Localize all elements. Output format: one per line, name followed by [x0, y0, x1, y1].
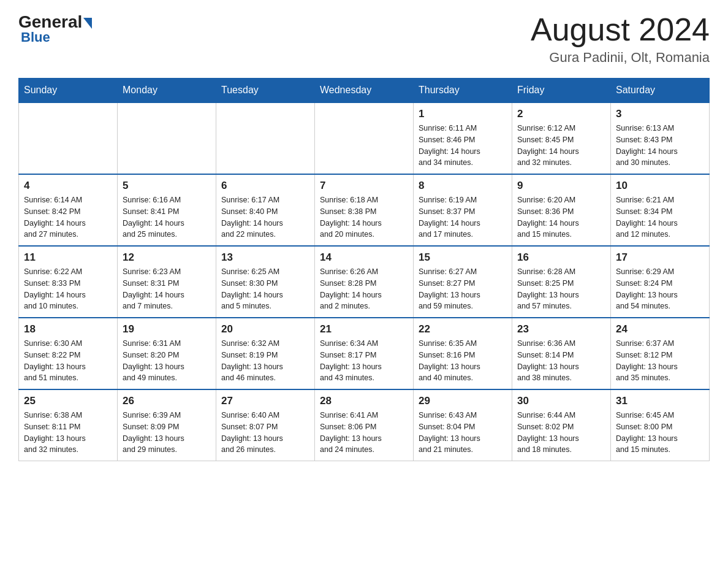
- weekday-header-thursday: Thursday: [414, 79, 512, 103]
- calendar-cell: 20Sunrise: 6:32 AM Sunset: 8:19 PM Dayli…: [216, 318, 315, 389]
- day-info: Sunrise: 6:29 AM Sunset: 8:24 PM Dayligh…: [616, 266, 704, 312]
- logo-blue-text: Blue: [21, 29, 50, 45]
- day-info: Sunrise: 6:41 AM Sunset: 8:06 PM Dayligh…: [320, 410, 408, 456]
- day-number: 30: [517, 395, 605, 407]
- day-info: Sunrise: 6:37 AM Sunset: 8:12 PM Dayligh…: [616, 338, 704, 384]
- calendar-cell: 24Sunrise: 6:37 AM Sunset: 8:12 PM Dayli…: [611, 318, 710, 389]
- calendar-week-row: 1Sunrise: 6:11 AM Sunset: 8:46 PM Daylig…: [19, 102, 710, 174]
- day-number: 15: [419, 251, 507, 264]
- calendar-cell: 17Sunrise: 6:29 AM Sunset: 8:24 PM Dayli…: [611, 246, 710, 318]
- calendar-week-row: 4Sunrise: 6:14 AM Sunset: 8:42 PM Daylig…: [19, 174, 710, 246]
- day-info: Sunrise: 6:20 AM Sunset: 8:36 PM Dayligh…: [517, 194, 605, 240]
- day-info: Sunrise: 6:45 AM Sunset: 8:00 PM Dayligh…: [616, 410, 704, 456]
- day-info: Sunrise: 6:40 AM Sunset: 8:07 PM Dayligh…: [221, 410, 309, 456]
- day-info: Sunrise: 6:19 AM Sunset: 8:37 PM Dayligh…: [419, 194, 507, 240]
- calendar-cell: [315, 102, 414, 174]
- calendar-cell: 22Sunrise: 6:35 AM Sunset: 8:16 PM Dayli…: [414, 318, 512, 389]
- calendar-cell: 14Sunrise: 6:26 AM Sunset: 8:28 PM Dayli…: [315, 246, 414, 318]
- day-number: 17: [616, 251, 704, 264]
- weekday-header-tuesday: Tuesday: [216, 79, 315, 103]
- calendar-cell: 15Sunrise: 6:27 AM Sunset: 8:27 PM Dayli…: [414, 246, 512, 318]
- day-number: 18: [24, 323, 112, 335]
- day-info: Sunrise: 6:16 AM Sunset: 8:41 PM Dayligh…: [123, 194, 211, 240]
- day-number: 2: [517, 108, 605, 120]
- calendar-cell: 1Sunrise: 6:11 AM Sunset: 8:46 PM Daylig…: [414, 102, 512, 174]
- day-info: Sunrise: 6:18 AM Sunset: 8:38 PM Dayligh…: [320, 194, 408, 240]
- calendar-week-row: 25Sunrise: 6:38 AM Sunset: 8:11 PM Dayli…: [19, 389, 710, 461]
- calendar-cell: 9Sunrise: 6:20 AM Sunset: 8:36 PM Daylig…: [512, 174, 611, 246]
- day-number: 14: [320, 251, 408, 264]
- day-info: Sunrise: 6:31 AM Sunset: 8:20 PM Dayligh…: [123, 338, 211, 384]
- calendar-cell: 6Sunrise: 6:17 AM Sunset: 8:40 PM Daylig…: [216, 174, 315, 246]
- calendar-cell: 31Sunrise: 6:45 AM Sunset: 8:00 PM Dayli…: [611, 389, 710, 461]
- day-number: 16: [517, 251, 605, 264]
- day-number: 5: [123, 180, 211, 192]
- day-number: 8: [419, 180, 507, 192]
- calendar-week-row: 11Sunrise: 6:22 AM Sunset: 8:33 PM Dayli…: [19, 246, 710, 318]
- day-number: 13: [221, 251, 309, 264]
- day-info: Sunrise: 6:26 AM Sunset: 8:28 PM Dayligh…: [320, 266, 408, 312]
- calendar-cell: 11Sunrise: 6:22 AM Sunset: 8:33 PM Dayli…: [19, 246, 118, 318]
- day-info: Sunrise: 6:32 AM Sunset: 8:19 PM Dayligh…: [221, 338, 309, 384]
- day-number: 20: [221, 323, 309, 335]
- title-section: August 2024 Gura Padinii, Olt, Romania: [531, 12, 710, 66]
- day-number: 29: [419, 395, 507, 407]
- month-year-title: August 2024: [531, 12, 710, 47]
- weekday-header-sunday: Sunday: [19, 79, 118, 103]
- calendar-cell: 21Sunrise: 6:34 AM Sunset: 8:17 PM Dayli…: [315, 318, 414, 389]
- calendar-cell: 30Sunrise: 6:44 AM Sunset: 8:02 PM Dayli…: [512, 389, 611, 461]
- day-info: Sunrise: 6:39 AM Sunset: 8:09 PM Dayligh…: [123, 410, 211, 456]
- day-number: 28: [320, 395, 408, 407]
- logo: General Blue: [18, 12, 92, 45]
- weekday-header-monday: Monday: [118, 79, 216, 103]
- day-number: 27: [221, 395, 309, 407]
- day-number: 6: [221, 180, 309, 192]
- day-info: Sunrise: 6:25 AM Sunset: 8:30 PM Dayligh…: [221, 266, 309, 312]
- calendar-cell: 5Sunrise: 6:16 AM Sunset: 8:41 PM Daylig…: [118, 174, 216, 246]
- weekday-header-saturday: Saturday: [611, 79, 710, 103]
- day-number: 11: [24, 251, 112, 264]
- calendar-cell: 7Sunrise: 6:18 AM Sunset: 8:38 PM Daylig…: [315, 174, 414, 246]
- calendar-cell: 12Sunrise: 6:23 AM Sunset: 8:31 PM Dayli…: [118, 246, 216, 318]
- calendar-cell: 3Sunrise: 6:13 AM Sunset: 8:43 PM Daylig…: [611, 102, 710, 174]
- calendar-cell: 8Sunrise: 6:19 AM Sunset: 8:37 PM Daylig…: [414, 174, 512, 246]
- day-number: 7: [320, 180, 408, 192]
- day-number: 12: [123, 251, 211, 264]
- calendar-cell: [118, 102, 216, 174]
- calendar-header: SundayMondayTuesdayWednesdayThursdayFrid…: [19, 79, 710, 103]
- day-info: Sunrise: 6:27 AM Sunset: 8:27 PM Dayligh…: [419, 266, 507, 312]
- calendar-cell: 25Sunrise: 6:38 AM Sunset: 8:11 PM Dayli…: [19, 389, 118, 461]
- day-info: Sunrise: 6:14 AM Sunset: 8:42 PM Dayligh…: [24, 194, 112, 240]
- day-info: Sunrise: 6:21 AM Sunset: 8:34 PM Dayligh…: [616, 194, 704, 240]
- day-info: Sunrise: 6:38 AM Sunset: 8:11 PM Dayligh…: [24, 410, 112, 456]
- weekday-header-wednesday: Wednesday: [315, 79, 414, 103]
- weekday-header-row: SundayMondayTuesdayWednesdayThursdayFrid…: [19, 79, 710, 103]
- logo-arrow-icon: [83, 18, 92, 29]
- calendar-cell: 26Sunrise: 6:39 AM Sunset: 8:09 PM Dayli…: [118, 389, 216, 461]
- day-number: 9: [517, 180, 605, 192]
- calendar-body: 1Sunrise: 6:11 AM Sunset: 8:46 PM Daylig…: [19, 102, 710, 461]
- calendar-cell: 23Sunrise: 6:36 AM Sunset: 8:14 PM Dayli…: [512, 318, 611, 389]
- day-info: Sunrise: 6:44 AM Sunset: 8:02 PM Dayligh…: [517, 410, 605, 456]
- calendar-cell: 16Sunrise: 6:28 AM Sunset: 8:25 PM Dayli…: [512, 246, 611, 318]
- day-number: 19: [123, 323, 211, 335]
- calendar-cell: [19, 102, 118, 174]
- calendar-cell: 19Sunrise: 6:31 AM Sunset: 8:20 PM Dayli…: [118, 318, 216, 389]
- day-info: Sunrise: 6:30 AM Sunset: 8:22 PM Dayligh…: [24, 338, 112, 384]
- day-info: Sunrise: 6:22 AM Sunset: 8:33 PM Dayligh…: [24, 266, 112, 312]
- weekday-header-friday: Friday: [512, 79, 611, 103]
- day-number: 23: [517, 323, 605, 335]
- day-info: Sunrise: 6:17 AM Sunset: 8:40 PM Dayligh…: [221, 194, 309, 240]
- calendar-cell: 18Sunrise: 6:30 AM Sunset: 8:22 PM Dayli…: [19, 318, 118, 389]
- day-info: Sunrise: 6:34 AM Sunset: 8:17 PM Dayligh…: [320, 338, 408, 384]
- day-number: 25: [24, 395, 112, 407]
- day-number: 1: [419, 108, 507, 120]
- day-info: Sunrise: 6:11 AM Sunset: 8:46 PM Dayligh…: [419, 123, 507, 169]
- calendar-cell: 28Sunrise: 6:41 AM Sunset: 8:06 PM Dayli…: [315, 389, 414, 461]
- calendar-cell: 4Sunrise: 6:14 AM Sunset: 8:42 PM Daylig…: [19, 174, 118, 246]
- day-number: 10: [616, 180, 704, 192]
- day-info: Sunrise: 6:12 AM Sunset: 8:45 PM Dayligh…: [517, 123, 605, 169]
- day-number: 4: [24, 180, 112, 192]
- calendar-cell: 29Sunrise: 6:43 AM Sunset: 8:04 PM Dayli…: [414, 389, 512, 461]
- calendar-cell: 2Sunrise: 6:12 AM Sunset: 8:45 PM Daylig…: [512, 102, 611, 174]
